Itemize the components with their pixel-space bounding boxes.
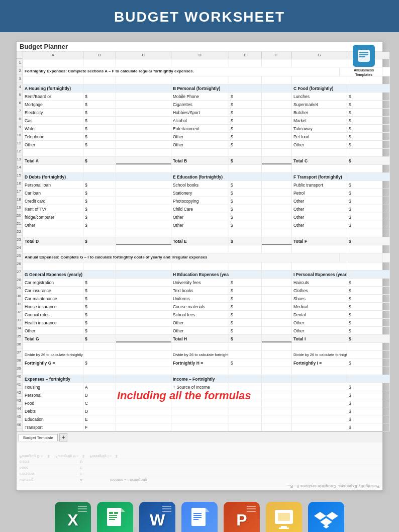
table-row: Other $ Other $ Other $ (23, 327, 390, 335)
row-num-16: 16 (17, 180, 23, 188)
table-row: Food C $ (23, 399, 390, 407)
table-row: Other $ Other $ Other $ (23, 141, 390, 149)
svg-rect-8 (109, 519, 115, 520)
row-num-39: 39 (17, 365, 23, 373)
svg-marker-24 (323, 524, 329, 528)
svg-marker-22 (326, 512, 338, 520)
row-num-19: 19 (17, 204, 23, 212)
app-icons-row: X (55, 498, 344, 532)
row-num-44: 44 (17, 405, 23, 413)
svg-rect-15 (193, 517, 202, 518)
table-row: Fortnightly G = $ Fortnightly H = $ Fort… (23, 359, 390, 367)
table-row (23, 149, 390, 157)
row-num-23: 23 (17, 236, 23, 244)
google-slides-icon[interactable] (266, 502, 302, 532)
row-num-28: 28 (17, 276, 23, 284)
row-num-46: 46 (17, 421, 23, 429)
row-num-2: 2 (17, 67, 23, 75)
svg-rect-18 (278, 513, 290, 521)
row-num-14: 14 (17, 163, 23, 171)
table-row: D Debts (fortnightly) E Education (fortn… (23, 173, 390, 181)
table-row: Total D $ Total E $ Total F $ (23, 237, 390, 245)
col-header-a: A (23, 52, 83, 59)
table-row: Car insurance $ Text books $ Clothes $ (23, 287, 390, 295)
table-row: Council rates $ School fees $ Dental $ (23, 311, 390, 319)
row-num-11: 11 (17, 139, 23, 147)
table-row: House insurance $ Course materials $ Med… (23, 303, 390, 311)
row-num-15: 15 (17, 171, 23, 180)
powerpoint-icon[interactable]: P (224, 502, 260, 532)
row-num-36: 36 (17, 340, 23, 348)
table-row (23, 262, 390, 271)
row-num-13: 13 (17, 155, 23, 163)
row-num-17: 17 (17, 188, 23, 196)
spreadsheet-body: 1 2 3 4 5 6 7 8 9 10 11 12 13 14 15 16 1… (17, 52, 382, 431)
table-row: Other $ Other $ Other $ (23, 221, 390, 229)
row-num-21: 21 (17, 220, 23, 228)
table-row (23, 367, 390, 375)
col-header-c: C (116, 52, 171, 59)
svg-rect-10 (114, 512, 118, 514)
row-num-24: 24 (17, 244, 23, 252)
table-row: Gas $ Alcohol $ Market $ (23, 117, 390, 125)
row-num-42: 42 (17, 389, 23, 397)
row-num-45: 45 (17, 413, 23, 421)
row-num-3: 3 (17, 75, 23, 83)
spreadsheet-title: Budget Planner (17, 43, 68, 50)
table-row: Annual Expenses: Complete G – I to calcu… (23, 253, 390, 262)
table-row (23, 343, 390, 351)
table-row: Personal B $ (23, 391, 390, 399)
col-header-e: E (229, 52, 262, 59)
svg-rect-7 (109, 517, 117, 518)
row-num-5: 5 (17, 91, 23, 99)
row-num-29: 29 (17, 284, 23, 292)
row-num-4: 4 (17, 83, 23, 91)
google-docs-icon[interactable] (181, 502, 218, 532)
row-num-9: 9 (17, 123, 23, 131)
logo-icon (353, 45, 375, 67)
spreadsheet-content: A B C D E F G H (23, 52, 390, 431)
table-row: Education E $ (23, 415, 390, 423)
row-num-6: 6 (17, 99, 23, 107)
row-num-38: 38 (17, 357, 23, 365)
google-sheets-icon[interactable] (97, 502, 133, 532)
table-row: Health insurance $ Other $ Other $ (23, 319, 390, 327)
row-num-12: 12 (17, 147, 23, 155)
logo-text: AllBusiness Templates (348, 68, 379, 77)
table-row: Mortgage $ Cigarettes $ Supermarket $ (23, 101, 390, 109)
table-row (23, 229, 390, 237)
table-row (23, 245, 390, 253)
row-num-25: 25 (17, 252, 23, 260)
table-row: Divide by 26 to calculate fortnightly am… (23, 351, 390, 359)
table-row: A Housing (fortnightly) B Personal (fort… (23, 84, 390, 93)
svg-rect-0 (358, 50, 370, 62)
budget-template-tab[interactable]: Budget Template (19, 434, 58, 441)
table-row: Fortnightly Expenses: Complete sections … (23, 67, 390, 76)
svg-rect-20 (279, 527, 289, 529)
row-num-35: 35 (17, 332, 23, 340)
dropbox-icon[interactable] (308, 502, 344, 532)
row-num-41: 41 (17, 381, 23, 389)
table-row: Debts D $ (23, 407, 390, 415)
row-num-37: 37 (17, 348, 23, 357)
table-row (23, 76, 390, 84)
table-row: Housing A + Source of Income $ (23, 383, 390, 391)
row-num-43: 43 (17, 397, 23, 405)
table-row (23, 59, 390, 67)
table-row: Car maintenance $ Uniforms $ Shoes $ (23, 295, 390, 303)
row-numbers: 1 2 3 4 5 6 7 8 9 10 11 12 13 14 15 16 1… (17, 52, 23, 431)
table-row: Car registration $ University fees $ Hai… (23, 279, 390, 287)
table-row: Personal loan $ School books $ Public tr… (23, 181, 390, 189)
add-sheet-button[interactable]: + (59, 433, 67, 441)
excel-icon[interactable]: X (55, 502, 91, 532)
main-container: AllBusiness Templates Budget Planner 1 2… (0, 32, 399, 532)
page-header: BUDGET WORKSHEET (0, 0, 399, 32)
svg-marker-12 (206, 508, 210, 512)
row-num-1: 1 (17, 59, 23, 67)
table-row: Transport F $ (23, 423, 390, 431)
col-header-b: B (83, 52, 116, 59)
row-num-32: 32 (17, 308, 23, 316)
table-row: Water $ Entertainment $ Takeaway $ (23, 125, 390, 133)
word-icon[interactable]: W (139, 502, 175, 532)
svg-rect-16 (193, 519, 198, 520)
